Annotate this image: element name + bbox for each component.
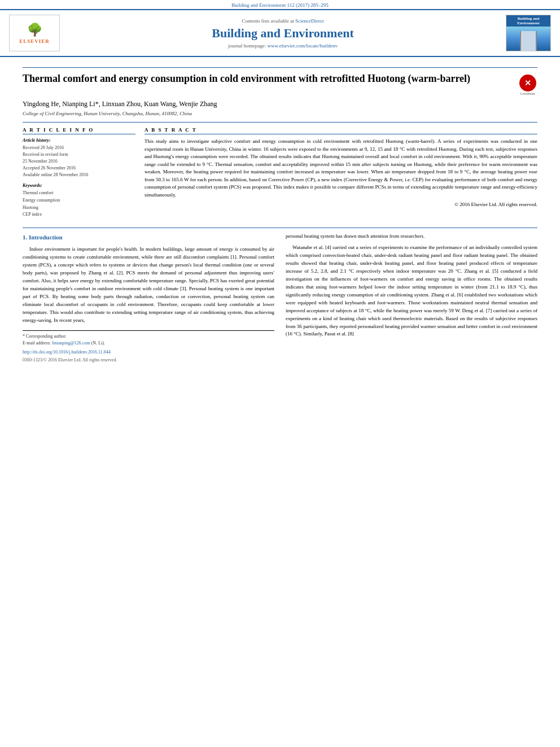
- footnote-area: * Corresponding author. E-mail address: …: [23, 330, 274, 364]
- body-right-paragraph-2: Watanabe et al. [4] carried out a series…: [286, 244, 537, 338]
- available-date: Available online 28 November 2016: [23, 172, 135, 178]
- contents-line: Contents lists available at ScienceDirec…: [67, 18, 499, 24]
- elsevier-logo: 🌳 ELSEVIER: [9, 15, 60, 51]
- keywords-section: Keywords: Thermal comfort Energy consump…: [23, 183, 135, 219]
- body-right-paragraph-1: personal heating system has drawn much a…: [286, 233, 537, 241]
- affiliation-line: College of Civil Engineering, Hunan Univ…: [23, 111, 537, 116]
- info-abstract-section: A R T I C L E I N F O Article history: R…: [23, 127, 537, 219]
- elsevier-tree-icon: 🌳: [27, 23, 42, 37]
- received-revised-date: 25 November 2016: [23, 158, 135, 165]
- right-journal-title: Building andEnvironment: [506, 15, 550, 27]
- email-label: E-mail address:: [23, 340, 51, 346]
- homepage-link[interactable]: www.elsevier.com/locate/buildenv: [268, 43, 338, 49]
- crossmark-icon: ✕: [519, 75, 536, 91]
- footnote-email: E-mail address: linianping@126.com (N. L…: [23, 340, 274, 347]
- section1-title: 1. Introduction: [23, 233, 274, 242]
- body-left-paragraph-1: Indoor environment is important for peop…: [23, 246, 274, 324]
- sciencedirect-link[interactable]: ScienceDirect: [295, 18, 323, 24]
- content-divider: [23, 122, 537, 123]
- abstract-heading: A B S T R A C T: [145, 127, 537, 134]
- authors-text: Yingdong He, Nianping Li*, Linxuan Zhou,…: [23, 100, 217, 108]
- email-name: (N. Li).: [91, 340, 105, 346]
- abstract-column: A B S T R A C T This study aims to inves…: [145, 127, 537, 219]
- elsevier-text: ELSEVIER: [19, 38, 50, 44]
- crossmark-badge: ✕ CrossMark: [518, 75, 537, 95]
- journal-header: 🌳 ELSEVIER Contents lists available at S…: [0, 9, 560, 57]
- history-heading: Article history:: [23, 138, 135, 143]
- body-divider: [23, 228, 537, 228]
- homepage-text: journal homepage:: [228, 43, 266, 49]
- body-left-column: 1. Introduction Indoor environment is im…: [23, 233, 274, 364]
- body-right-column: personal heating system has drawn much a…: [286, 233, 537, 364]
- email-link[interactable]: linianping@126.com: [52, 340, 90, 346]
- journal-center-info: Contents lists available at ScienceDirec…: [67, 18, 499, 49]
- contents-text: Contents lists available at: [242, 18, 294, 24]
- article-content: Thermal comfort and energy consumption i…: [0, 57, 560, 369]
- keyword-cep-index: CEP index: [23, 211, 135, 219]
- received-revised-label: Received in revised form: [23, 151, 135, 158]
- doi-link[interactable]: http://dx.doi.org/10.1016/j.buildenv.201…: [23, 349, 274, 356]
- article-info-heading: A R T I C L E I N F O: [23, 127, 135, 134]
- right-journal-logo: Building andEnvironment: [506, 15, 551, 51]
- issn-line: 0360-1323/© 2016 Elsevier Ltd. All right…: [23, 357, 274, 364]
- received-date: Received 20 July 2016: [23, 145, 135, 151]
- crossmark-label: CrossMark: [520, 92, 535, 95]
- keyword-huotong: Huotong: [23, 204, 135, 212]
- building-illustration: [520, 31, 537, 51]
- journal-title: Building and Environment: [67, 26, 499, 41]
- journal-reference-bar: Building and Environment 112 (2017) 285–…: [0, 0, 560, 9]
- abstract-text: This study aims to investigate subjectiv…: [145, 138, 537, 199]
- header-divider: [23, 67, 537, 68]
- body-section: 1. Introduction Indoor environment is im…: [23, 233, 537, 364]
- article-info-column: A R T I C L E I N F O Article history: R…: [23, 127, 135, 219]
- accepted-date: Accepted 26 November 2016: [23, 165, 135, 172]
- keyword-energy-consumption: Energy consumption: [23, 197, 135, 204]
- footnote-corresponding: * Corresponding author.: [23, 333, 274, 340]
- keyword-thermal-comfort: Thermal comfort: [23, 190, 135, 197]
- keywords-heading: Keywords:: [23, 183, 135, 188]
- abstract-copyright: © 2016 Elsevier Ltd. All rights reserved…: [145, 201, 537, 209]
- authors-line: Yingdong He, Nianping Li*, Linxuan Zhou,…: [23, 100, 537, 108]
- journal-reference-text: Building and Environment 112 (2017) 285–…: [231, 2, 328, 8]
- right-journal-image: [506, 27, 550, 51]
- homepage-line: journal homepage: www.elsevier.com/locat…: [67, 43, 499, 49]
- article-title: Thermal comfort and energy consumption i…: [23, 72, 512, 85]
- article-title-section: Thermal comfort and energy consumption i…: [23, 72, 537, 95]
